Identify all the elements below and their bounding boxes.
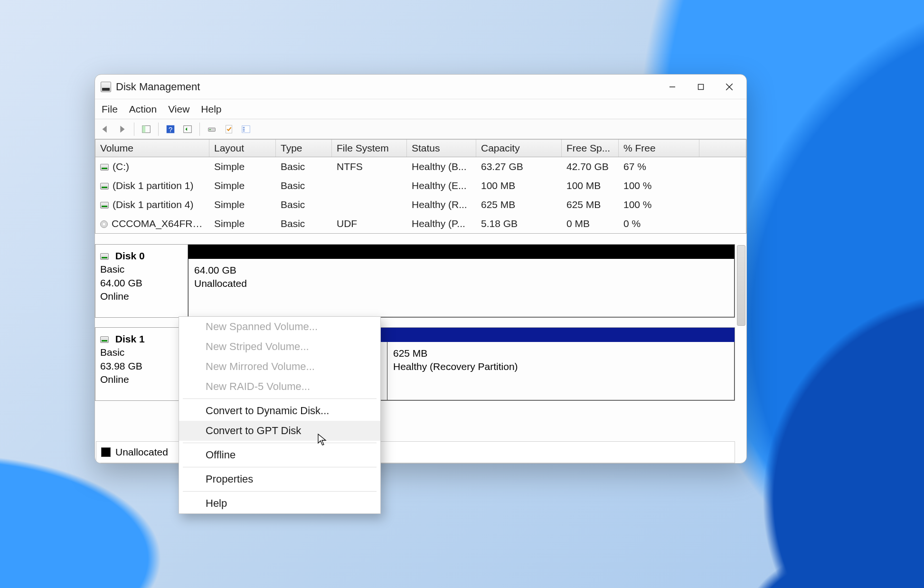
volume-name: (Disk 1 partition 1) [113,180,193,191]
disk-1-state: Online [100,374,129,385]
window-title: Disk Management [116,81,200,93]
svg-rect-15 [243,130,245,131]
volume-fs: NTFS [332,158,407,175]
col-status[interactable]: Status [407,140,476,157]
toolbar: ? [95,119,746,139]
ctx-offline[interactable]: Offline [179,445,380,465]
svg-rect-9 [208,128,216,131]
arrow-right-icon [117,124,127,134]
ctx-separator [183,467,377,467]
partition-size: 625 MB [393,348,427,359]
ctx-separator [183,491,377,492]
disk-1-label[interactable]: Disk 1 Basic 63.98 GB Online [95,328,188,400]
legend-swatch-unallocated [101,447,111,457]
disk-scrollbar[interactable] [737,245,745,326]
menu-view[interactable]: View [168,104,189,115]
ctx-new-raid5: New RAID-5 Volume... [179,377,380,397]
ctx-convert-gpt[interactable]: Convert to GPT Disk [179,421,380,441]
volume-name: (C:) [113,161,129,172]
disk-1-size: 63.98 GB [100,360,142,371]
legend-unallocated: Unallocated [115,446,168,458]
titlebar[interactable]: Disk Management [95,75,746,99]
disk-1-name: Disk 1 [115,333,145,344]
nav-back-button[interactable] [98,122,112,136]
volume-row[interactable]: (Disk 1 partition 4) Simple Basic Health… [95,195,746,214]
action-button-1[interactable] [222,122,236,136]
maximize-button[interactable] [687,76,715,97]
context-menu: New Spanned Volume... New Striped Volume… [179,316,381,514]
mouse-cursor-icon [318,434,327,446]
disk-0-header-stripe [188,245,735,259]
volume-free: 42.70 GB [562,158,619,175]
maximize-icon [697,83,705,91]
drive-icon [100,202,109,209]
action-button-2[interactable] [239,122,253,136]
volume-row[interactable]: (C:) Simple Basic NTFS Healthy (B... 63.… [95,157,746,176]
arrow-left-icon [100,124,110,134]
show-hide-button[interactable] [139,122,153,136]
refresh-button[interactable] [180,122,195,136]
svg-rect-1 [698,84,704,89]
col-spacer [699,140,746,157]
volume-row[interactable]: CCCOMA_X64FRE... Simple Basic UDF Health… [95,214,746,233]
disk-0-size: 64.00 GB [100,277,142,288]
close-icon [725,83,734,91]
col-free[interactable]: Free Sp... [562,140,619,157]
volume-name: CCCOMA_X64FRE... [112,218,207,229]
ctx-separator [183,398,377,399]
drive-icon [100,164,109,171]
volume-status: Healthy (B... [407,158,476,175]
nav-forward-button[interactable] [115,122,129,136]
ctx-new-mirrored: New Mirrored Volume... [179,357,380,377]
minimize-button[interactable] [658,76,687,97]
volume-layout: Simple [209,158,276,175]
menu-help[interactable]: Help [201,104,221,115]
help-icon: ? [165,124,176,134]
ctx-separator [183,443,377,443]
volume-cap: 63.27 GB [476,158,562,175]
panel-icon [141,124,151,134]
disk-0-name: Disk 0 [115,250,145,261]
svg-rect-13 [243,127,245,128]
list-icon [241,124,251,134]
svg-rect-8 [184,125,192,133]
ctx-new-striped: New Striped Volume... [179,337,380,357]
partition-label: Healthy (Recovery Partition) [393,361,518,372]
disk-0-partition-unallocated[interactable]: 64.00 GB Unallocated [188,259,735,317]
menubar: File Action View Help [95,99,746,119]
help-button[interactable]: ? [163,122,178,136]
volume-type: Basic [276,158,332,175]
col-layout[interactable]: Layout [209,140,276,157]
ctx-convert-dynamic[interactable]: Convert to Dynamic Disk... [179,401,380,421]
volume-pct: 67 % [619,158,699,175]
volume-name: (Disk 1 partition 4) [113,199,193,210]
ctx-properties[interactable]: Properties [179,469,380,489]
col-volume[interactable]: Volume [95,140,209,157]
col-filesystem[interactable]: File System [332,140,407,157]
disk-row-0[interactable]: Disk 0 Basic 64.00 GB Online 64.00 GB Un… [95,244,735,318]
menu-file[interactable]: File [102,104,118,115]
ctx-new-spanned: New Spanned Volume... [179,317,380,337]
disk-0-label[interactable]: Disk 0 Basic 64.00 GB Online [95,245,188,317]
svg-rect-5 [142,125,145,133]
drive-icon [100,183,109,190]
partition-size: 64.00 GB [194,265,236,275]
svg-text:?: ? [169,125,172,133]
svg-point-10 [209,129,210,130]
drive-icon [100,336,109,343]
checklist-icon [224,124,234,134]
menu-action[interactable]: Action [129,104,157,115]
disk-0-state: Online [100,291,129,302]
volume-list-header: Volume Layout Type File System Status Ca… [95,139,746,157]
col-type[interactable]: Type [276,140,332,157]
ctx-help[interactable]: Help [179,493,380,513]
disk-1-partition-recovery[interactable]: 625 MB Healthy (Recovery Partition) [387,342,735,400]
settings-button[interactable] [205,122,219,136]
volume-row[interactable]: (Disk 1 partition 1) Simple Basic Health… [95,176,746,195]
minimize-icon [669,83,676,91]
col-capacity[interactable]: Capacity [476,140,562,157]
close-button[interactable] [715,76,744,97]
col-pct[interactable]: % Free [619,140,699,157]
disk-0-type: Basic [100,264,124,275]
refresh-icon [182,124,193,134]
